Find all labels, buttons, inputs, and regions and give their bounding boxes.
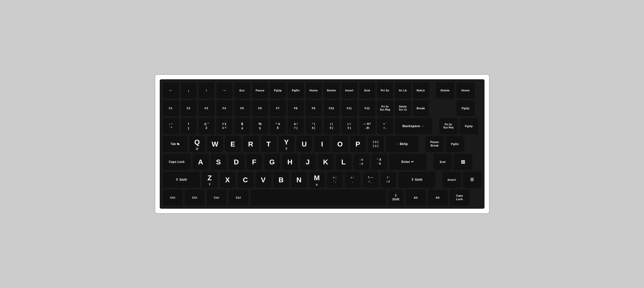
m-key[interactable]: Mμ — [309, 172, 325, 188]
alt1-key[interactable]: Alt — [406, 190, 426, 206]
nmlk-key[interactable]: NmLk — [413, 82, 429, 98]
alt2-key[interactable]: Alt — [428, 190, 448, 206]
insert-right-key[interactable]: Insert — [442, 172, 461, 188]
pgup-right2-key[interactable]: PgUp — [460, 118, 478, 134]
f9-key[interactable]: F9 — [306, 100, 322, 116]
7-key[interactable]: & /7 { — [288, 118, 304, 134]
lbrace-key[interactable]: { ü }[ ü ] — [368, 136, 384, 152]
k-key[interactable]: K — [318, 154, 334, 170]
arrow-down-key[interactable]: ↓ — [181, 82, 197, 98]
tilde-key[interactable]: ~ ° ` ^ — [163, 118, 179, 134]
ae-key[interactable]: " Ä' Ä — [371, 154, 387, 170]
shift-left-key[interactable]: ⇧ Shift — [163, 172, 200, 188]
f6-key[interactable]: F6 — [252, 100, 268, 116]
pipe-key[interactable]: I '\ # — [380, 172, 396, 188]
1-key[interactable]: !1 — [181, 118, 197, 134]
f11-key[interactable]: F11 — [341, 100, 357, 116]
bksp2-key[interactable]: ← BkSp — [386, 136, 418, 152]
lt-key[interactable]: < ;' , — [327, 172, 343, 188]
j-key[interactable]: J — [300, 154, 316, 170]
4-key[interactable]: $4 — [234, 118, 250, 134]
s-key[interactable]: S — [211, 154, 227, 170]
prt-sc-key[interactable]: Prt Sc — [377, 82, 393, 98]
prt-sc-right-key[interactable]: Prt ScSys Req — [439, 118, 458, 134]
pause-key[interactable]: Pause — [252, 82, 268, 98]
equals-key[interactable]: + `= , — [377, 118, 393, 134]
arrow-right-key[interactable]: → — [216, 82, 232, 98]
sc-lk-key[interactable]: Sc Lk — [395, 82, 411, 98]
f10-key[interactable]: F10 — [324, 100, 340, 116]
f5-key[interactable]: F5 — [234, 100, 250, 116]
break-key[interactable]: Break — [413, 100, 429, 116]
o-key[interactable]: O — [332, 136, 348, 152]
enter-key[interactable]: Enter ↵ — [389, 154, 426, 170]
n-key[interactable]: N — [291, 172, 307, 188]
v-key[interactable]: V — [255, 172, 271, 188]
d-key[interactable]: D — [228, 154, 245, 170]
f12-key[interactable]: F12 — [359, 100, 375, 116]
esc-key[interactable]: Esc — [234, 82, 250, 98]
space-key[interactable] — [250, 190, 386, 206]
pgup-key[interactable]: PgUp — [270, 82, 286, 98]
ctrl1-key[interactable]: Ctrl — [163, 190, 183, 206]
arrow-left-key[interactable]: ← — [163, 82, 179, 98]
e-key[interactable]: E — [225, 136, 241, 152]
menu-right-key[interactable]: ☰ — [463, 172, 481, 188]
z-key[interactable]: ZY — [202, 172, 218, 188]
win-right-key[interactable]: ⊞ — [454, 154, 472, 170]
home-key[interactable]: Home — [306, 82, 322, 98]
caps-lock-bottom-key[interactable]: CapsLock — [450, 190, 470, 206]
f-key[interactable]: F — [246, 154, 262, 170]
h-key[interactable]: H — [282, 154, 298, 170]
t-key[interactable]: T — [261, 136, 277, 152]
f2-key[interactable]: F2 — [181, 100, 197, 116]
p-key[interactable]: P — [350, 136, 366, 152]
delete-scr-key[interactable]: DeleteScr Lk — [395, 100, 411, 116]
prt-sc-sys-key[interactable]: Prt ScSys Reg — [377, 100, 393, 116]
q-key[interactable]: Q@ — [189, 136, 205, 152]
end-right-key[interactable]: End — [433, 154, 452, 170]
i-key[interactable]: I — [314, 136, 330, 152]
x-key[interactable]: X — [220, 172, 236, 188]
pgdn-right-key[interactable]: PgDn — [446, 136, 464, 152]
f3-key[interactable]: F3 — [198, 100, 215, 116]
b-key[interactable]: B — [273, 172, 289, 188]
gt-key[interactable]: > :. — [345, 172, 361, 188]
8-key[interactable]: * (8 [ — [306, 118, 322, 134]
ctrl3-key[interactable]: Ctrl — [207, 190, 227, 206]
f4-key[interactable]: F4 — [216, 100, 232, 116]
shift-right-key[interactable]: ⇧ Shift — [398, 172, 435, 188]
end-key[interactable]: End — [359, 82, 375, 98]
arrow-up-key[interactable]: ↑ — [198, 82, 215, 98]
w-key[interactable]: W — [207, 136, 223, 152]
caps-lock-key[interactable]: Caps Lock — [163, 154, 191, 170]
pgup-right-key[interactable]: PgUp — [456, 100, 475, 116]
home-right-key[interactable]: Home — [456, 82, 475, 98]
l-key[interactable]: L — [336, 154, 352, 170]
9-key[interactable]: ( )9 ] — [324, 118, 340, 134]
delete-right-key[interactable]: Delete — [436, 82, 455, 98]
pgdn-key[interactable]: PgDn — [288, 82, 304, 98]
3-key[interactable]: # §3 ? — [216, 118, 232, 134]
6-key[interactable]: ^ &6 — [270, 118, 286, 134]
ctrl4-key[interactable]: Ctrl — [228, 190, 249, 206]
insert-key[interactable]: Insert — [341, 82, 357, 98]
r-key[interactable]: R — [243, 136, 259, 152]
tab-key[interactable]: Tab ↹ — [163, 136, 187, 152]
oe-key[interactable]: : ö; ö — [353, 154, 370, 170]
f8-key[interactable]: F8 — [288, 100, 304, 116]
y-key[interactable]: YZ — [278, 136, 295, 152]
pause-break-key[interactable]: PauseBreak — [425, 136, 444, 152]
5-key[interactable]: %5 — [252, 118, 268, 134]
f7-key[interactable]: F7 — [270, 100, 286, 116]
shift-bottom-key[interactable]: ⇧Shift — [388, 190, 404, 206]
ctrl2-key[interactable]: Ctrl — [185, 190, 205, 206]
0-key[interactable]: ) =0 } — [341, 118, 357, 134]
2-key[interactable]: @ "2 — [198, 118, 215, 134]
delete-key[interactable]: Delete — [324, 82, 340, 98]
backspace-key[interactable]: Backspace ← — [395, 118, 432, 134]
qmark-key[interactable]: ? —/ _ — [363, 172, 379, 188]
minus-key[interactable]: — B?- B\ — [359, 118, 375, 134]
u-key[interactable]: U — [296, 136, 312, 152]
g-key[interactable]: G — [264, 154, 280, 170]
